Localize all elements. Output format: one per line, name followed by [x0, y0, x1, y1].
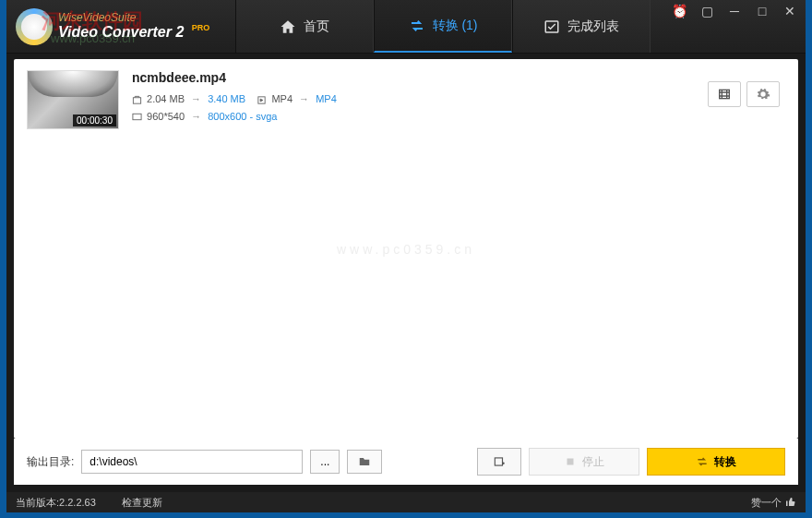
add-file-icon — [493, 455, 506, 468]
tab-home[interactable]: 首页 — [235, 0, 374, 53]
folder-icon — [357, 455, 372, 468]
app-suite-name: WiseVideoSuite — [58, 12, 209, 24]
close-button[interactable]: ✕ — [782, 4, 798, 18]
video-meta-line2: 960*540 → 800x600 - svga — [132, 108, 708, 126]
video-filename: ncmbdeee.mp4 — [132, 70, 708, 85]
video-thumbnail[interactable]: 00:00:30 — [27, 70, 119, 129]
convert-icon — [409, 18, 425, 34]
convert-action-icon — [696, 455, 709, 468]
output-path-input[interactable] — [81, 450, 303, 474]
stop-icon — [564, 455, 577, 468]
check-update-link[interactable]: 检查更新 — [122, 496, 162, 510]
format-icon — [257, 95, 267, 105]
home-icon — [280, 18, 296, 35]
film-icon — [717, 87, 732, 102]
tab-convert[interactable]: 转换 (1) — [374, 0, 512, 53]
svg-rect-6 — [567, 459, 574, 465]
stop-button: 停止 — [529, 448, 639, 476]
logo-icon — [16, 8, 53, 45]
edit-video-button[interactable] — [708, 81, 741, 107]
open-folder-button[interactable] — [347, 450, 382, 474]
app-title: Video Converter 2 — [58, 24, 184, 40]
browse-button[interactable]: ... — [310, 450, 340, 474]
maximize-button[interactable]: □ — [754, 4, 770, 18]
app-logo: WiseVideoSuite Video Converter 2 PRO 河东软… — [6, 0, 235, 54]
convert-button[interactable]: 转换 — [647, 448, 785, 476]
tab-home-label: 首页 — [304, 18, 329, 35]
filesize-icon — [132, 95, 142, 105]
app-edition-badge: PRO — [192, 23, 210, 32]
tab-completed[interactable]: 完成列表 — [512, 0, 651, 53]
resolution-icon — [132, 112, 142, 122]
tab-convert-label: 转换 (1) — [433, 18, 478, 34]
add-file-button[interactable] — [477, 448, 521, 476]
minimize-button[interactable]: ─ — [726, 4, 743, 18]
tab-completed-label: 完成列表 — [567, 18, 619, 35]
content-watermark: www.pc0359.cn — [337, 242, 475, 257]
thumbs-up-icon — [785, 497, 796, 508]
conversion-item[interactable]: 00:00:30 ncmbdeee.mp4 2.04 MB → 3.40 MB … — [14, 59, 798, 140]
output-dir-label: 输出目录: — [27, 454, 74, 470]
svg-rect-1 — [133, 97, 140, 102]
svg-rect-5 — [495, 458, 502, 465]
settings-button[interactable] — [746, 81, 780, 107]
video-duration: 00:00:30 — [73, 114, 116, 126]
gear-icon — [756, 87, 770, 102]
checklist-icon — [543, 18, 560, 35]
like-link[interactable]: 赞一个 — [751, 496, 796, 510]
video-meta-line1: 2.04 MB → 3.40 MB MP4 → MP4 — [132, 90, 708, 108]
skin-icon[interactable]: ▢ — [699, 4, 715, 18]
alarm-icon[interactable]: ⏰ — [671, 4, 687, 18]
version-info: 当前版本:2.2.2.63 — [16, 496, 96, 510]
svg-rect-4 — [720, 90, 730, 98]
svg-rect-3 — [133, 114, 141, 120]
